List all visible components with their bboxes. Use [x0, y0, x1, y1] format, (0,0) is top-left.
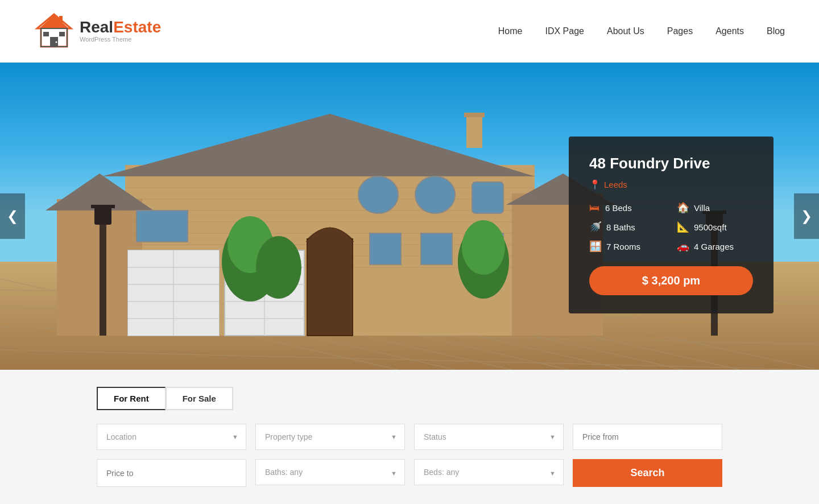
- logo-real: Real: [80, 18, 113, 36]
- svg-rect-7: [59, 16, 63, 23]
- bath-icon: 🚿: [589, 221, 602, 233]
- search-section: For Rent For Sale Location Property type…: [0, 370, 819, 504]
- svg-rect-58: [136, 210, 188, 242]
- svg-point-63: [462, 220, 505, 275]
- beds-detail: 🛏 6 Beds: [589, 201, 665, 214]
- bed-icon: 🛏: [589, 202, 601, 214]
- svg-rect-55: [370, 233, 401, 265]
- property-type-wrapper: Property type: [255, 424, 405, 450]
- beds-wrapper: Beds: any: [414, 459, 564, 487]
- search-button[interactable]: Search: [573, 459, 722, 487]
- svg-marker-2: [39, 15, 69, 29]
- logo-icon: [34, 11, 74, 51]
- property-location-text: Leeds: [604, 180, 627, 189]
- nav-agents[interactable]: Agents: [715, 26, 744, 36]
- baths-value: 8 Baths: [606, 222, 635, 232]
- rooms-detail: 🪟 7 Rooms: [589, 240, 665, 253]
- logo-estate: Estate: [113, 18, 161, 36]
- rooms-value: 7 Rooms: [606, 242, 640, 251]
- svg-rect-52: [358, 176, 398, 213]
- sqft-icon: 📐: [677, 221, 689, 233]
- garages-value: 4 Garages: [694, 242, 734, 251]
- house-type-icon: 🏠: [677, 201, 689, 214]
- location-pin-icon: 📍: [589, 179, 601, 190]
- nav-blog[interactable]: Blog: [767, 26, 785, 36]
- status-wrapper: Status: [414, 424, 564, 450]
- svg-rect-70: [466, 114, 482, 148]
- location-wrapper: Location: [97, 424, 246, 450]
- hero-section: ❮ ❯ 48 Foundry Drive 📍 Leeds 🛏 6 Beds 🏠 …: [0, 63, 819, 370]
- property-location: 📍 Leeds: [589, 179, 753, 190]
- baths-wrapper: Baths: any: [255, 459, 405, 487]
- garage-icon: 🚗: [677, 240, 689, 253]
- status-select[interactable]: Status: [414, 424, 564, 450]
- price-button[interactable]: $ 3,200 pm: [589, 266, 753, 295]
- location-select[interactable]: Location: [97, 424, 246, 450]
- svg-rect-5: [43, 32, 49, 36]
- svg-point-8: [56, 41, 57, 43]
- nav-idx-page[interactable]: IDX Page: [545, 26, 584, 36]
- property-type-select[interactable]: Property type: [255, 424, 405, 450]
- svg-rect-64: [100, 222, 106, 336]
- nav-pages[interactable]: Pages: [667, 26, 693, 36]
- price-to-input[interactable]: [97, 459, 246, 487]
- carousel-prev-button[interactable]: ❮: [0, 193, 25, 239]
- nav-about-us[interactable]: About Us: [607, 26, 644, 36]
- beds-value: 6 Beds: [605, 203, 632, 213]
- tab-for-rent[interactable]: For Rent: [97, 387, 166, 410]
- type-detail: 🏠 Villa: [677, 201, 753, 214]
- carousel-next-button[interactable]: ❯: [794, 193, 819, 239]
- garages-detail: 🚗 4 Garages: [677, 240, 753, 253]
- baths-select[interactable]: Baths: any: [255, 459, 405, 485]
- navigation: Home IDX Page About Us Pages Agents Blog: [498, 26, 785, 36]
- sqft-value: 9500sqft: [694, 222, 727, 232]
- beds-select[interactable]: Beds: any: [414, 459, 564, 485]
- baths-detail: 🚿 8 Baths: [589, 221, 665, 233]
- svg-point-61: [256, 236, 301, 299]
- logo-text: RealEstate WordPress Theme: [80, 19, 161, 43]
- property-card: 48 Foundry Drive 📍 Leeds 🛏 6 Beds 🏠 Vill…: [569, 137, 774, 313]
- search-row-1: Location Property type Status: [97, 424, 722, 450]
- svg-rect-6: [59, 32, 65, 36]
- type-value: Villa: [694, 203, 710, 213]
- svg-rect-71: [464, 113, 485, 117]
- rooms-icon: 🪟: [589, 240, 602, 253]
- search-row-2: Baths: any Beds: any Search: [97, 459, 722, 487]
- property-title: 48 Foundry Drive: [589, 155, 753, 172]
- property-details: 🛏 6 Beds 🏠 Villa 🚿 8 Baths 📐 9500sqft 🪟 …: [589, 201, 753, 253]
- price-from-input[interactable]: [573, 424, 722, 450]
- sqft-detail: 📐 9500sqft: [677, 221, 753, 233]
- logo: RealEstate WordPress Theme: [34, 11, 161, 51]
- header: RealEstate WordPress Theme Home IDX Page…: [0, 0, 819, 63]
- svg-rect-56: [421, 233, 452, 265]
- svg-rect-54: [472, 182, 503, 213]
- logo-subtitle: WordPress Theme: [80, 36, 161, 43]
- search-tabs: For Rent For Sale: [97, 387, 722, 410]
- svg-rect-53: [415, 176, 455, 213]
- nav-home[interactable]: Home: [498, 26, 523, 36]
- tab-for-sale[interactable]: For Sale: [166, 387, 233, 410]
- svg-rect-66: [91, 205, 115, 208]
